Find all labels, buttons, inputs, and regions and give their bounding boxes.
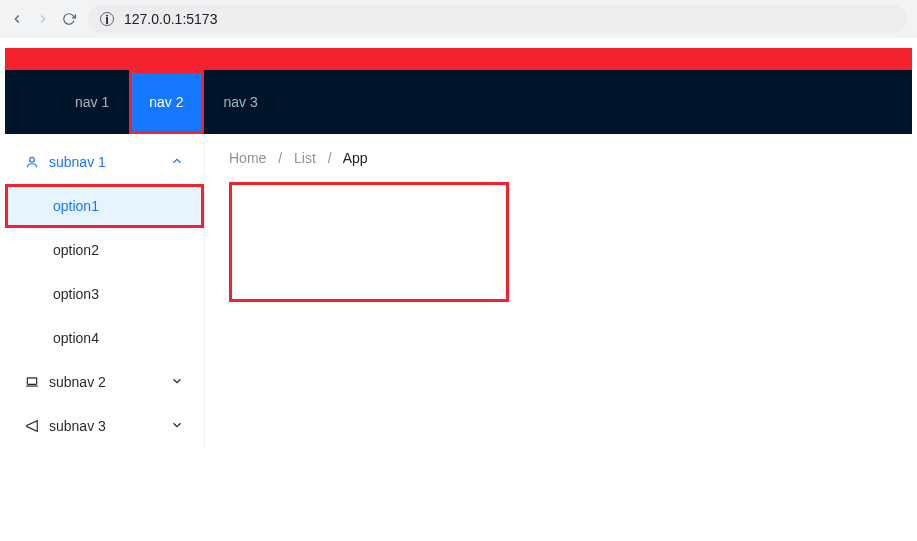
chevron-up-icon bbox=[170, 154, 184, 170]
sidebar-group-label: subnav 1 bbox=[49, 154, 106, 170]
laptop-icon bbox=[25, 375, 39, 389]
svg-point-0 bbox=[30, 157, 35, 162]
breadcrumb: Home / List / App bbox=[229, 150, 888, 166]
forward-icon[interactable] bbox=[36, 12, 50, 26]
url-text: 127.0.0.1:5173 bbox=[124, 11, 217, 27]
sidebar-group-subnav1[interactable]: subnav 1 bbox=[5, 140, 204, 184]
top-nav: nav 1 nav 2 nav 3 bbox=[5, 70, 912, 134]
highlight-strip bbox=[5, 48, 912, 70]
reload-icon[interactable] bbox=[62, 12, 76, 26]
sidebar-option-2[interactable]: option2 bbox=[5, 228, 204, 272]
topnav-item-3[interactable]: nav 3 bbox=[204, 70, 278, 134]
topnav-item-2[interactable]: nav 2 bbox=[129, 70, 203, 134]
sidebar-option-3[interactable]: option3 bbox=[5, 272, 204, 316]
breadcrumb-separator: / bbox=[328, 150, 332, 166]
breadcrumb-item[interactable]: List bbox=[294, 150, 316, 166]
chevron-down-icon bbox=[170, 418, 184, 434]
sidebar: subnav 1 option1 option2 option3 option4… bbox=[5, 134, 205, 448]
sidebar-group-subnav2[interactable]: subnav 2 bbox=[5, 360, 204, 404]
user-icon bbox=[25, 155, 39, 169]
sidebar-group-subnav3[interactable]: subnav 3 bbox=[5, 404, 204, 448]
url-bar[interactable]: i 127.0.0.1:5173 bbox=[88, 5, 907, 33]
sidebar-option-1[interactable]: option1 bbox=[5, 184, 204, 228]
content-highlight-box bbox=[229, 182, 509, 302]
topnav-item-1[interactable]: nav 1 bbox=[55, 70, 129, 134]
sidebar-option-4[interactable]: option4 bbox=[5, 316, 204, 360]
info-icon[interactable]: i bbox=[100, 12, 114, 26]
breadcrumb-separator: / bbox=[278, 150, 282, 166]
main-content: Home / List / App bbox=[205, 134, 912, 448]
breadcrumb-item-current: App bbox=[343, 150, 368, 166]
browser-toolbar: i 127.0.0.1:5173 bbox=[0, 0, 917, 38]
notification-icon bbox=[25, 419, 39, 433]
sidebar-group-label: subnav 2 bbox=[49, 374, 106, 390]
back-icon[interactable] bbox=[10, 12, 24, 26]
chevron-down-icon bbox=[170, 374, 184, 390]
sidebar-group-label: subnav 3 bbox=[49, 418, 106, 434]
breadcrumb-item[interactable]: Home bbox=[229, 150, 266, 166]
svg-rect-1 bbox=[27, 378, 36, 384]
